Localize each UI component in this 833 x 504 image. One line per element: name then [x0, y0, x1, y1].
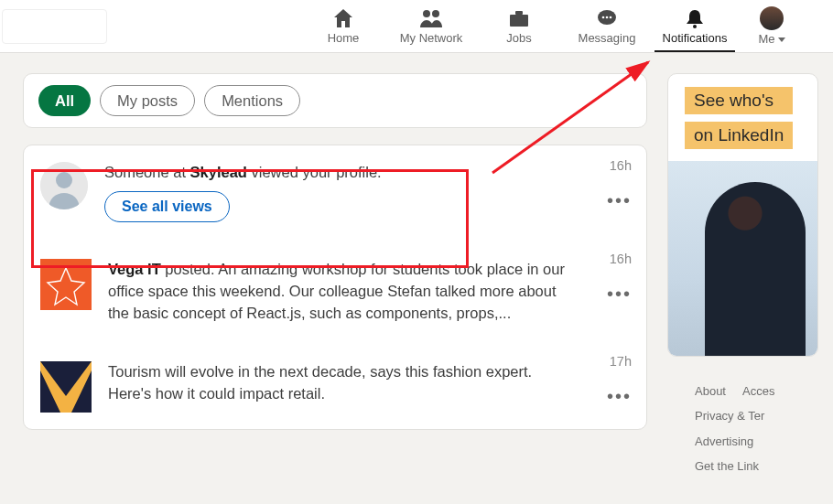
- footer-advertising[interactable]: Advertising: [695, 429, 753, 454]
- nav-label: Jobs: [506, 31, 531, 45]
- nav-label: My Network: [400, 31, 463, 45]
- notification-text: Vega IT posted: An amazing workshop for …: [108, 259, 575, 325]
- footer-access[interactable]: Acces: [742, 379, 774, 403]
- briefcase-icon: [508, 7, 530, 29]
- nav-label: Messaging: [579, 31, 636, 45]
- footer-app[interactable]: Get the Link: [695, 454, 759, 478]
- notification-text: Someone at Skylead viewed your profile.: [104, 162, 575, 184]
- side-ad[interactable]: See who's on LinkedIn: [667, 73, 818, 357]
- svg-point-10: [56, 172, 72, 188]
- nav-label: Home: [328, 31, 360, 45]
- text-bold: Skylead: [190, 164, 247, 180]
- ad-headline: See who's: [685, 87, 793, 114]
- footer-links: AboutAcces Privacy & Ter Advertising Get…: [667, 379, 818, 478]
- nav-home[interactable]: Home: [299, 0, 387, 52]
- svg-point-1: [432, 10, 439, 17]
- footer-about[interactable]: About: [695, 379, 726, 403]
- top-nav: Home My Network Jobs Messaging Notificat…: [0, 0, 833, 53]
- company-logo: [40, 259, 92, 310]
- more-icon[interactable]: •••: [607, 191, 632, 209]
- avatar: [40, 162, 88, 209]
- nav-label: Me: [758, 32, 784, 46]
- bell-icon: [684, 7, 706, 29]
- svg-point-8: [693, 25, 697, 28]
- filter-all[interactable]: All: [38, 85, 91, 116]
- svg-point-7: [610, 16, 612, 19]
- notifications-list: Someone at Skylead viewed your profile. …: [23, 145, 647, 430]
- notification-item[interactable]: Tourism will evolve in the next decade, …: [24, 341, 646, 429]
- company-logo: [40, 361, 92, 413]
- more-icon[interactable]: •••: [607, 387, 632, 405]
- text: viewed your profile.: [247, 164, 382, 180]
- timestamp: 16h: [607, 252, 632, 266]
- avatar: [760, 6, 784, 30]
- svg-rect-3: [515, 11, 523, 15]
- home-icon: [332, 7, 354, 29]
- filter-bar: All My posts Mentions: [23, 73, 647, 128]
- notification-item[interactable]: Someone at Skylead viewed your profile. …: [24, 145, 646, 239]
- notification-item[interactable]: Vega IT posted: An amazing workshop for …: [24, 239, 646, 341]
- search-input[interactable]: [2, 9, 107, 44]
- nav-label: Notifications: [663, 31, 728, 45]
- text-bold: Vega IT: [108, 261, 161, 277]
- ad-headline: on LinkedIn: [685, 122, 793, 149]
- ad-decor: [705, 182, 806, 356]
- chat-icon: [596, 7, 618, 29]
- svg-point-5: [602, 16, 605, 19]
- footer-privacy[interactable]: Privacy & Ter: [695, 403, 764, 428]
- nav-messaging[interactable]: Messaging: [563, 0, 651, 52]
- people-icon: [419, 7, 443, 29]
- filter-my-posts[interactable]: My posts: [100, 85, 195, 116]
- svg-rect-2: [510, 15, 528, 27]
- nav-jobs[interactable]: Jobs: [475, 0, 563, 52]
- svg-point-0: [423, 10, 430, 17]
- timestamp: 16h: [607, 158, 632, 173]
- me-label: Me: [758, 32, 774, 46]
- text: Someone at: [104, 164, 190, 180]
- nav-network[interactable]: My Network: [387, 0, 475, 52]
- more-icon[interactable]: •••: [607, 284, 632, 303]
- text: posted: An amazing workshop for students…: [108, 261, 565, 321]
- text: Tourism will evolve in the next decade, …: [108, 363, 532, 402]
- notification-text: Tourism will evolve in the next decade, …: [108, 361, 575, 405]
- svg-point-6: [606, 16, 609, 19]
- nav-me[interactable]: Me: [739, 0, 805, 52]
- see-all-views-button[interactable]: See all views: [104, 191, 230, 222]
- filter-mentions[interactable]: Mentions: [204, 85, 300, 116]
- timestamp: 17h: [607, 354, 632, 369]
- chevron-down-icon: [778, 38, 785, 42]
- nav-notifications[interactable]: Notifications: [651, 0, 739, 52]
